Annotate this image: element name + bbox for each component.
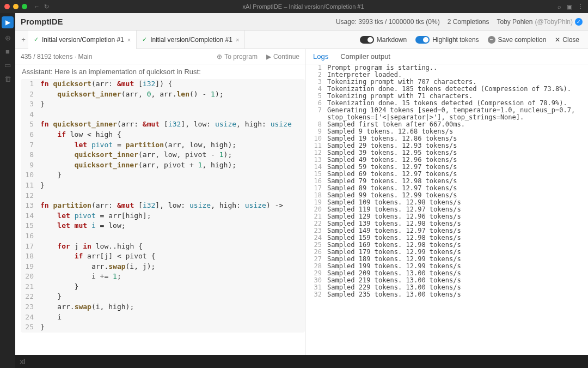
trash-icon[interactable]: 🗑 bbox=[4, 75, 11, 83]
top-bar: PromptIDE Usage: 3993 tks / 1000000 tks … bbox=[15, 13, 588, 31]
code-line: 21 } bbox=[21, 282, 305, 292]
nav-refresh-icon[interactable]: ↻ bbox=[44, 3, 49, 10]
tab-close-icon[interactable]: × bbox=[127, 37, 131, 43]
layout-icon[interactable]: ▣ bbox=[567, 3, 572, 10]
plus-circle-icon: ⊕ bbox=[217, 53, 222, 61]
maximize-window-dot[interactable] bbox=[22, 4, 27, 9]
check-icon: ✓ bbox=[142, 36, 147, 43]
xai-logo: xI bbox=[20, 357, 25, 366]
code-line: 9 quicksort_inner(arr, pivot + 1, high); bbox=[21, 160, 305, 171]
user-handle: (@TobyPhln) bbox=[535, 18, 573, 26]
new-tab-button[interactable]: + bbox=[19, 35, 28, 44]
code-line: 13fn partition(arr: &mut [i32], low: usi… bbox=[21, 201, 305, 211]
tab-logs[interactable]: Logs bbox=[313, 52, 328, 61]
log-line: 32Sampled 235 tokens. 13.00 tokens/s bbox=[305, 291, 588, 298]
completions-count[interactable]: 2 Completions bbox=[448, 18, 489, 26]
code-line: 8 quicksort_inner(arr, low, pivot - 1); bbox=[21, 150, 305, 160]
play-icon: ▶ bbox=[266, 53, 271, 61]
tab-label: Initial version/Completion #1 bbox=[42, 36, 124, 44]
more-icon[interactable]: ⋮ bbox=[578, 3, 584, 10]
completion-tab[interactable]: ✓Initial version/Completion #1× bbox=[28, 31, 137, 49]
tab-compiler-output[interactable]: Compiler output bbox=[340, 52, 390, 61]
tab-label: Initial version/Completion #1 bbox=[150, 36, 232, 44]
editor-pane: 435 / 8192 tokens · Main ⊕To program ▶Co… bbox=[15, 49, 305, 355]
logs-body[interactable]: 1Prompt program is starting..2Interprete… bbox=[305, 64, 588, 355]
code-line: 16 bbox=[21, 231, 305, 242]
code-line: 1fn quicksort(arr: &mut [i32]) { bbox=[21, 79, 305, 89]
file-icon[interactable]: ▭ bbox=[4, 61, 11, 69]
assistant-intro: Assistant: Here is an implementation of … bbox=[21, 67, 305, 79]
folder-icon[interactable]: ■ bbox=[5, 47, 10, 56]
code-line: 23 arr.swap(i, high); bbox=[21, 302, 305, 312]
code-line: 17 for j in low..high { bbox=[21, 242, 305, 252]
to-program-button[interactable]: ⊕To program bbox=[217, 53, 258, 61]
code-line: 3} bbox=[21, 99, 305, 110]
tab-row: + ✓Initial version/Completion #1×✓Initia… bbox=[15, 31, 588, 49]
user-block[interactable]: Toby Pohlen (@TobyPhln) ✓ bbox=[497, 18, 583, 26]
close-button[interactable]: ✕ Close bbox=[555, 36, 579, 44]
markdown-toggle[interactable]: Markdown bbox=[360, 36, 407, 44]
nav-back-icon[interactable]: ← bbox=[34, 3, 40, 10]
code-line: 7 let pivot = partition(arr, low, high); bbox=[21, 140, 305, 150]
code-line: 24 i bbox=[21, 312, 305, 323]
code-block: 1fn quicksort(arr: &mut [i32]) {2 quicks… bbox=[21, 79, 305, 333]
code-line: 20 i += 1; bbox=[21, 272, 305, 282]
code-line: 5fn quicksort_inner(arr: &mut [i32], low… bbox=[21, 119, 305, 130]
activity-bar: ▶ ⊕ ■ ▭ 🗑 bbox=[0, 13, 15, 368]
output-pane: Logs Compiler output 1Prompt program is … bbox=[305, 49, 588, 355]
code-line: 19 arr.swap(i, j); bbox=[21, 262, 305, 272]
code-line: 6 if low < high { bbox=[21, 130, 305, 140]
save-completion-button[interactable]: −Save completion bbox=[488, 36, 547, 44]
code-line: 15 let mut i = low; bbox=[21, 221, 305, 231]
search-icon[interactable]: ⌕ bbox=[558, 3, 561, 10]
editor-infobar: 435 / 8192 tokens · Main ⊕To program ▶Co… bbox=[15, 49, 305, 64]
brand-title: PromptIDE bbox=[21, 17, 63, 26]
close-icon: ✕ bbox=[555, 36, 560, 44]
code-line: 18 if arr[j] < pivot { bbox=[21, 251, 305, 262]
plus-icon[interactable]: ⊕ bbox=[5, 34, 11, 42]
code-line: 10 } bbox=[21, 170, 305, 180]
tab-close-icon[interactable]: × bbox=[236, 37, 239, 43]
usage-text: Usage: 3993 tks / 1000000 tks (0%) bbox=[336, 18, 440, 26]
token-count: 435 / 8192 tokens · Main bbox=[21, 53, 92, 61]
user-name: Toby Pohlen bbox=[497, 18, 532, 26]
code-line: 4 bbox=[21, 110, 305, 120]
code-line: 14 let pivot = arr[high]; bbox=[21, 211, 305, 221]
minimize-window-dot[interactable] bbox=[13, 4, 19, 9]
app-logo-icon[interactable]: ▶ bbox=[2, 16, 14, 28]
code-line: 25} bbox=[21, 322, 305, 333]
code-line: 11} bbox=[21, 180, 305, 191]
window-title: xAI PromptIDE – Initial version/Completi… bbox=[49, 3, 558, 10]
continue-button[interactable]: ▶Continue bbox=[266, 53, 299, 61]
check-icon: ✓ bbox=[34, 36, 39, 43]
os-titlebar: ← ↻ xAI PromptIDE – Initial version/Comp… bbox=[0, 0, 588, 13]
verified-icon: ✓ bbox=[575, 18, 583, 26]
code-line: 2 quicksort_inner(arr, 0, arr.len() - 1)… bbox=[21, 89, 305, 100]
editor-body[interactable]: Assistant: Here is an implementation of … bbox=[15, 64, 305, 355]
completion-tab[interactable]: ✓Initial version/Completion #1× bbox=[137, 31, 245, 49]
close-window-dot[interactable] bbox=[4, 4, 10, 9]
highlight-toggle[interactable]: Highlight tokens bbox=[415, 36, 479, 44]
bottom-bar: xI bbox=[15, 355, 588, 368]
code-line: 12 bbox=[21, 191, 305, 201]
code-line: 22 } bbox=[21, 292, 305, 302]
